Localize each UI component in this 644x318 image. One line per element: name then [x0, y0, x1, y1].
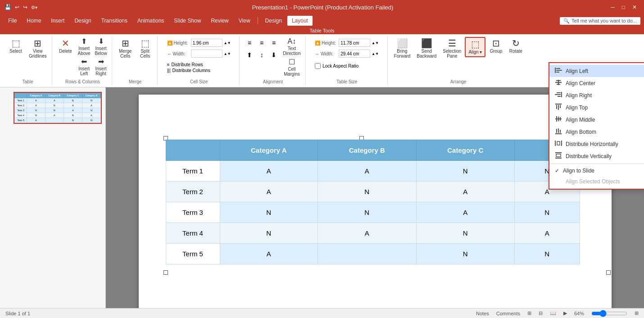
table-width-input[interactable]: [339, 50, 370, 58]
zoom-level: 64%: [574, 311, 584, 316]
text-align-top-btn[interactable]: ⬆: [243, 49, 256, 61]
group-table-content: ⬚ Select ⊞ ViewGridlines: [6, 37, 49, 77]
lock-aspect-label: Lock Aspect Ratio: [322, 64, 358, 68]
view-normal-icon[interactable]: ⊞: [527, 310, 531, 316]
redo-icon[interactable]: ↪: [23, 4, 27, 10]
rotate-button[interactable]: ↻ Rotate: [506, 37, 525, 55]
view-gridlines-button[interactable]: ⊞ ViewGridlines: [26, 37, 49, 60]
table-height-spinner[interactable]: ▲▼: [372, 41, 379, 45]
svg-rect-13: [556, 105, 557, 109]
group-alignment-content: ≡ ≡ ≡ ⬆ ↕ ⬇ A↕ TextDirection ☐ CellMargi…: [243, 37, 302, 77]
cell-height-input[interactable]: [191, 39, 222, 47]
maximize-btn[interactable]: □: [619, 4, 628, 10]
dropdown-distribute-v[interactable]: Distribute Vertically: [549, 150, 644, 162]
text-align-right-btn[interactable]: ≡: [268, 37, 280, 49]
lock-aspect-checkbox[interactable]: [315, 63, 321, 69]
selection-pane-button[interactable]: ☰ SelectionPane: [440, 37, 464, 60]
text-align-left-btn[interactable]: ≡: [243, 37, 256, 49]
minimize-btn[interactable]: ─: [608, 4, 617, 10]
row3-term: Term 3: [166, 202, 220, 223]
send-backward-button[interactable]: ⬛ SendBackward: [414, 37, 439, 60]
select-button[interactable]: ⬚ Select: [6, 37, 25, 55]
group-button[interactable]: ⊡ Group: [486, 37, 505, 55]
svg-rect-19: [560, 117, 561, 121]
handle-mr[interactable]: [606, 270, 611, 275]
table-row: Term 2 A N A A: [166, 182, 580, 202]
slide-count: Slide 1 of 1: [5, 311, 30, 316]
save-icon[interactable]: 💾: [5, 4, 11, 10]
dropdown-distribute-h[interactable]: Distribute Horizontally: [549, 138, 644, 150]
menu-view[interactable]: View: [234, 16, 255, 26]
cell-height-spinner[interactable]: ▲▼: [224, 41, 231, 45]
slide-thumbnail[interactable]: Category ACategory BCategory CCategory D…: [14, 92, 102, 124]
menu-file[interactable]: File: [4, 16, 21, 26]
insert-left-button[interactable]: ⬅ InsertLeft: [76, 57, 92, 77]
table-height-input[interactable]: [339, 39, 370, 47]
align-right-icon: [555, 91, 562, 99]
menu-transitions[interactable]: Transitions: [97, 16, 132, 26]
settings-icon[interactable]: ⚙▾: [31, 5, 37, 10]
cell-width-input[interactable]: [191, 50, 222, 58]
handle-ml[interactable]: [163, 270, 168, 275]
zoom-slider[interactable]: [591, 310, 627, 317]
text-align-bottom-btn[interactable]: ⬇: [268, 49, 280, 61]
align-button[interactable]: ⬚ Align ▾: [465, 37, 485, 57]
dropdown-align-center[interactable]: Align Center: [549, 77, 644, 89]
menu-slideshow[interactable]: Slide Show: [169, 16, 205, 26]
selection-pane-icon: ☰: [448, 39, 456, 48]
cell-margins-label: CellMargins: [284, 67, 300, 77]
view-reading-icon[interactable]: 📖: [550, 310, 556, 316]
fit-slide-btn[interactable]: ⊞: [635, 310, 639, 316]
table-row: Term 5 A N N: [166, 244, 580, 264]
menu-layout[interactable]: Layout: [287, 16, 313, 26]
table-width-spinner[interactable]: ▲▼: [372, 52, 379, 56]
close-btn[interactable]: ✕: [630, 4, 639, 10]
row2-c: A: [416, 182, 515, 202]
undo-icon[interactable]: ↩: [15, 4, 19, 10]
dropdown-align-left[interactable]: Align Left: [549, 65, 644, 77]
menu-review[interactable]: Review: [206, 16, 233, 26]
cell-width-spinner[interactable]: ▲▼: [224, 52, 231, 56]
cell-margins-button[interactable]: ☐ CellMargins: [281, 58, 302, 77]
menu-bar: File Home Insert Design Transitions Anim…: [0, 14, 644, 27]
cell-size-label: Cell Size: [190, 77, 208, 84]
dropdown-align-bottom[interactable]: Align Bottom: [549, 126, 644, 138]
menu-home[interactable]: Home: [22, 16, 45, 26]
distribute-rows-button[interactable]: ≡ Distribute Rows: [167, 62, 210, 67]
distribute-cols-button[interactable]: ||| Distribute Columns: [167, 68, 210, 73]
slide-white[interactable]: Category A Category B Category C Term 1 …: [139, 95, 612, 318]
notes-btn[interactable]: Notes: [476, 311, 489, 316]
distribute-v-label: Distribute Vertically: [566, 153, 612, 159]
bring-forward-button[interactable]: ⬜ BringForward: [391, 37, 413, 60]
view-slideshow-icon[interactable]: ▶: [563, 310, 567, 316]
dropdown-align-right[interactable]: Align Right: [549, 89, 644, 101]
menu-design[interactable]: Design: [70, 16, 95, 26]
comments-btn[interactable]: Comments: [496, 311, 520, 316]
alignment-label: Alignment: [263, 77, 283, 84]
text-align-center-btn[interactable]: ≡: [255, 37, 268, 49]
dropdown-align-to-slide[interactable]: ✓ Align to Slide: [549, 165, 644, 176]
svg-rect-23: [560, 130, 561, 133]
insert-below-button[interactable]: ⬇ InsertBelow: [93, 37, 109, 57]
insert-above-button[interactable]: ⬆ InsertAbove: [76, 37, 92, 57]
menu-insert[interactable]: Insert: [46, 16, 69, 26]
text-align-middle-btn[interactable]: ↕: [255, 49, 268, 61]
row5-term: Term 5: [166, 244, 220, 264]
insert-right-button[interactable]: ➡ InsertRight: [93, 57, 109, 77]
text-direction-button[interactable]: A↕ TextDirection: [281, 37, 302, 57]
dropdown-align-top[interactable]: Align Top: [549, 101, 644, 114]
cell-height-label: 🔼 Height:: [167, 41, 190, 45]
merge-cells-button[interactable]: ⊞ MergeCells: [116, 37, 135, 60]
status-bar: Slide 1 of 1 Notes Comments ⊞ ⊟ 📖 ▶ 64% …: [0, 308, 644, 318]
align-bottom-icon: [555, 128, 562, 136]
title-bar-left: 💾 ↩ ↪ ⚙▾: [5, 4, 37, 10]
menu-design-table[interactable]: Design: [261, 16, 286, 26]
view-slide-sorter-icon[interactable]: ⊟: [539, 310, 543, 316]
delete-button[interactable]: ✕ Delete: [56, 37, 75, 55]
search-box[interactable]: 🔍 Tell me what you want to do...: [560, 17, 640, 25]
menu-animations[interactable]: Animations: [133, 16, 168, 26]
align-icon: ⬚: [471, 40, 480, 49]
row4-b: A: [318, 223, 417, 244]
dropdown-align-middle[interactable]: Align Middle: [549, 114, 644, 126]
split-cells-button[interactable]: ⬚ SplitCells: [136, 37, 154, 60]
